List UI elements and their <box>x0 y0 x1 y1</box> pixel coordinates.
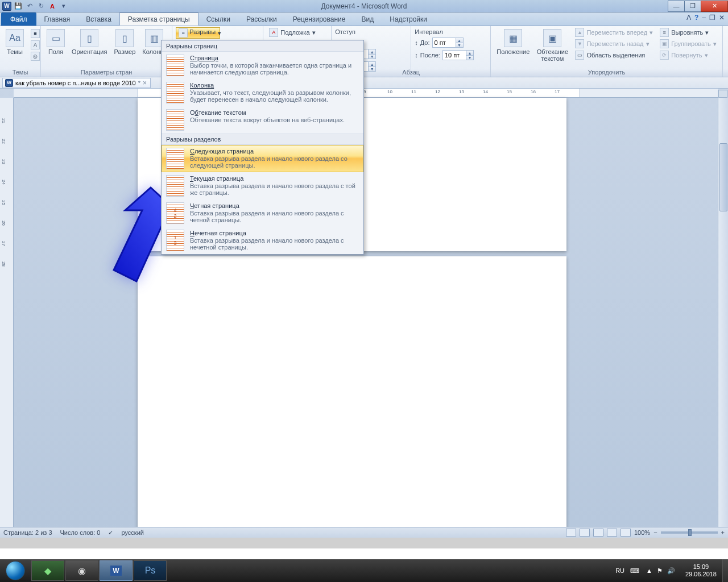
tray-flag-icon[interactable]: ⚑ <box>657 567 663 575</box>
tab-home[interactable]: Главная <box>36 13 78 26</box>
language-status[interactable]: русский <box>121 529 143 536</box>
outline-view-icon[interactable] <box>607 529 617 537</box>
dd-item-text-wrap[interactable]: Обтекание текстомОбтекание текста вокруг… <box>162 106 363 134</box>
tab-references[interactable]: Ссылки <box>198 13 238 26</box>
spacing-before-icon: ↕ <box>415 39 418 46</box>
odd-page-icon: 13 <box>166 230 184 251</box>
selection-pane-button[interactable]: ▭Область выделения <box>573 50 655 60</box>
zoom-in-button[interactable]: + <box>721 529 725 536</box>
tab-addins[interactable]: Надстройки <box>382 13 435 26</box>
document-tab[interactable]: W как убрать номер с п...ницы в ворде 20… <box>2 78 151 88</box>
show-desktop-button[interactable] <box>722 559 728 582</box>
theme-fonts-icon[interactable]: A <box>28 40 42 50</box>
group-button[interactable]: ▣Группировать ▾ <box>657 39 719 49</box>
close-doc-icon[interactable]: × <box>143 79 147 87</box>
word-count-status[interactable]: Число слов: 0 <box>60 529 101 536</box>
proofing-icon[interactable]: ✓ <box>108 529 113 537</box>
scrollbar-thumb[interactable] <box>719 143 727 211</box>
spacing-before-spinbox[interactable]: ▲▼ <box>432 38 464 48</box>
indent-label: Отступ <box>335 28 355 35</box>
status-bar: Страница: 2 из 3 Число слов: 0 ✓ русский… <box>0 527 728 538</box>
send-backward-button[interactable]: ▼Переместить назад ▾ <box>573 39 655 49</box>
group-arrange-label: Упорядочить <box>494 68 718 77</box>
tab-mailings[interactable]: Рассылки <box>238 13 285 26</box>
tray-keyboard-icon[interactable]: ⌨ <box>628 567 642 575</box>
text-wrap-break-icon <box>166 109 184 131</box>
inner-close-icon[interactable]: ✕ <box>719 14 725 22</box>
tab-page-layout[interactable]: Разметка страницы <box>119 13 198 26</box>
watermark-button[interactable]: AПодложка ▾ <box>267 27 317 38</box>
vertical-ruler[interactable]: 2122232425262728 <box>0 98 14 528</box>
dd-item-odd-page[interactable]: 13Нечетная страницаВставка разрыва разде… <box>162 227 363 254</box>
undo-icon[interactable]: ↶ <box>25 2 34 11</box>
dd-item-next-page[interactable]: Следующая страницаВставка разрыва раздел… <box>162 145 363 172</box>
tray-language[interactable]: RU <box>612 567 628 574</box>
view-ruler-toggle[interactable] <box>718 90 727 98</box>
next-page-icon <box>166 148 184 169</box>
position-icon: ▦ <box>504 29 522 47</box>
dd-item-column[interactable]: КолонкаУказывает, что текст, следующий з… <box>162 79 363 106</box>
horizontal-ruler[interactable]: 1234567891011121314151617 <box>14 89 718 98</box>
size-button[interactable]: ▯Размер <box>111 27 138 57</box>
taskbar-app-1[interactable]: ◆ <box>31 560 64 581</box>
themes-button[interactable]: AaТемы <box>3 27 26 57</box>
zoom-level[interactable]: 100% <box>634 529 650 536</box>
zoom-slider[interactable] <box>661 531 718 534</box>
quick-access-toolbar: W 💾 ↶ ↻ A ▾ <box>0 2 68 11</box>
vertical-scrollbar[interactable] <box>718 98 728 528</box>
tab-view[interactable]: Вид <box>353 13 382 26</box>
page-break-icon <box>166 55 184 76</box>
wrap-text-button[interactable]: ▣Обтекание текстом <box>534 27 570 64</box>
breaks-button[interactable]: ≡Разрывы▾ <box>176 27 220 39</box>
theme-colors-icon[interactable]: ■ <box>28 28 42 39</box>
taskbar-word[interactable]: W <box>100 560 133 581</box>
breaks-dropdown: Разрывы страниц СтраницаВыбор точки, в к… <box>161 40 364 255</box>
align-icon: ≡ <box>660 28 669 37</box>
redo-icon[interactable]: ↻ <box>36 2 46 11</box>
dropdown-arrow-icon: ▾ <box>218 30 221 37</box>
qat-dropdown-icon[interactable]: ▾ <box>59 2 68 11</box>
inner-minimize-icon[interactable]: – <box>702 14 706 22</box>
margins-icon: ▭ <box>47 29 65 47</box>
send-backward-icon: ▼ <box>575 39 584 48</box>
draft-view-icon[interactable] <box>621 529 631 537</box>
tray-arrow-icon[interactable]: ▲ <box>646 567 652 575</box>
font-color-icon[interactable]: A <box>48 2 57 11</box>
tray-volume-icon[interactable]: 🔊 <box>667 567 675 575</box>
print-layout-view-icon[interactable] <box>566 529 576 537</box>
position-button[interactable]: ▦Положение <box>494 27 532 57</box>
page-status[interactable]: Страница: 2 из 3 <box>3 529 52 536</box>
group-page-setup-label: Параметры стран <box>44 68 168 77</box>
orientation-button[interactable]: ▯Ориентация <box>69 27 109 57</box>
file-tab[interactable]: Файл <box>1 13 36 26</box>
theme-effects-icon[interactable]: ◎ <box>28 51 42 61</box>
align-button[interactable]: ≡Выровнять ▾ <box>657 27 719 38</box>
bring-forward-button[interactable]: ▲Переместить вперед ▾ <box>573 27 655 38</box>
document-page-2[interactable] <box>138 256 566 528</box>
fullscreen-view-icon[interactable] <box>580 529 590 537</box>
document-tabs: W как убрать номер с п...ницы в ворде 20… <box>0 77 728 89</box>
rotate-button[interactable]: ⟳Повернуть ▾ <box>657 50 719 60</box>
dd-item-page[interactable]: СтраницаВыбор точки, в которой заканчива… <box>162 52 363 79</box>
tab-insert[interactable]: Вставка <box>78 13 119 26</box>
help-icon[interactable]: ? <box>694 14 698 22</box>
zoom-out-button[interactable]: − <box>653 529 657 536</box>
taskbar-photoshop[interactable]: Ps <box>134 560 167 581</box>
dd-item-continuous[interactable]: Текущая страницаВставка разрыва раздела … <box>162 172 363 199</box>
margins-button[interactable]: ▭Поля <box>44 27 67 57</box>
inner-restore-icon[interactable]: ❐ <box>709 14 715 22</box>
close-button[interactable]: ✕ <box>701 1 728 12</box>
web-layout-view-icon[interactable] <box>593 529 603 537</box>
save-icon[interactable]: 💾 <box>14 2 23 11</box>
start-button[interactable] <box>0 559 31 582</box>
dd-item-even-page[interactable]: 42Четная страницаВставка разрыва раздела… <box>162 199 363 227</box>
maximize-button[interactable]: ❐ <box>684 1 701 12</box>
rotate-icon: ⟳ <box>660 51 669 60</box>
wrap-icon: ▣ <box>543 29 561 47</box>
minimize-button[interactable]: — <box>668 1 685 12</box>
tab-review[interactable]: Рецензирование <box>285 13 354 26</box>
collapse-ribbon-icon[interactable]: ᐱ <box>686 14 691 22</box>
spacing-after-spinbox[interactable]: ▲▼ <box>442 50 474 60</box>
tray-clock[interactable]: 15:0929.06.2018 <box>680 563 722 578</box>
taskbar-chrome[interactable]: ◉ <box>65 560 98 581</box>
